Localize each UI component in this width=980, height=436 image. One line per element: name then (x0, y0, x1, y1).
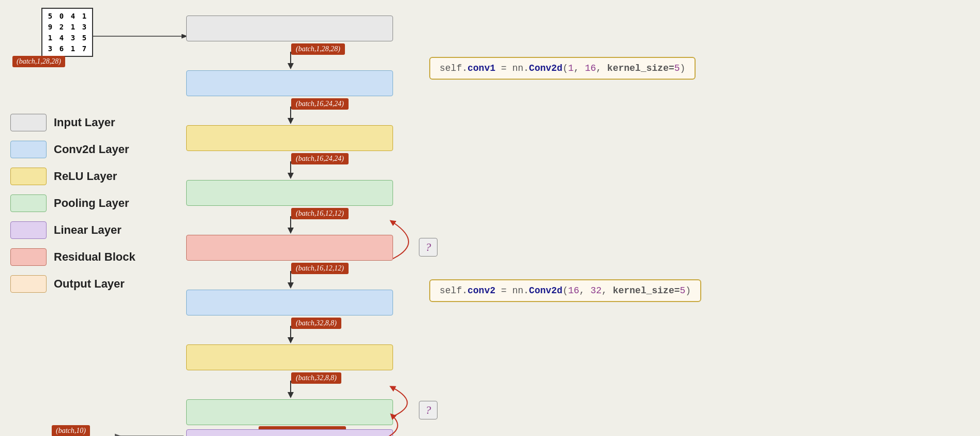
legend-conv2d: Conv2d Layer (10, 141, 135, 158)
legend-relu-label: ReLU Layer (54, 170, 117, 183)
arrow-5-6 (288, 326, 294, 343)
svg-marker-12 (288, 337, 294, 343)
arrow-6-7 (288, 381, 294, 398)
legend-linear-box (10, 221, 47, 239)
legend-conv2d-box (10, 141, 47, 158)
relu2-layer-box (186, 344, 393, 370)
legend-linear: Linear Layer (10, 221, 135, 239)
image-to-input-arrow (93, 28, 197, 44)
conv1-code-box: self.conv1 = nn.Conv2d(1, 16, kernel_siz… (429, 57, 696, 80)
arrow-2-3 (288, 161, 294, 179)
arrow-4-5 (288, 271, 294, 289)
legend-relu: ReLU Layer (10, 168, 135, 185)
arrow-1-2 (288, 107, 294, 124)
linear-layer-box (186, 429, 393, 436)
legend-pooling-box (10, 194, 47, 212)
output-arrow (114, 432, 186, 436)
svg-marker-10 (288, 282, 294, 289)
pool1-layer-box (186, 180, 393, 206)
conv2-layer-box (186, 290, 393, 315)
main-container: 5 0 4 1 9 2 1 3 1 4 3 5 3 6 1 7 (batch,1… (0, 0, 980, 436)
input-image: 5 0 4 1 9 2 1 3 1 4 3 5 3 6 1 7 (41, 8, 93, 57)
legend-residual: Residual Block (10, 248, 135, 266)
legend-input-label: Input Layer (54, 116, 115, 129)
shape-4: (batch,16,12,12) (291, 263, 349, 274)
legend-output-label: Output Layer (54, 277, 125, 291)
legend-conv2d-label: Conv2d Layer (54, 143, 129, 156)
arrow-0-1 (288, 52, 294, 69)
svg-marker-2 (288, 63, 294, 69)
legend-output-box (10, 275, 47, 293)
residual-arrow-3 (378, 414, 409, 436)
legend-residual-label: Residual Block (54, 250, 135, 264)
relu1-layer-box (186, 125, 393, 151)
shape-6: (batch,32,8,8) (291, 372, 341, 384)
input-layer-box (186, 16, 393, 41)
shape-2: (batch,16,24,24) (291, 153, 349, 164)
legend-input-box (10, 114, 47, 131)
legend-residual-box (10, 248, 47, 266)
shape-3: (batch,16,12,12) (291, 208, 349, 219)
svg-marker-4 (288, 118, 294, 124)
legend-input: Input Layer (10, 114, 135, 131)
conv1-layer-box (186, 70, 393, 96)
input-shape-label: (batch,1,28,28) (12, 56, 65, 67)
conv2-code-box: self.conv2 = nn.Conv2d(16, 32, kernel_si… (429, 279, 701, 302)
svg-marker-6 (288, 173, 294, 179)
legend: Input Layer Conv2d Layer ReLU Layer Pool… (10, 114, 135, 293)
residual-arrow-1 (388, 217, 429, 269)
legend-relu-box (10, 168, 47, 185)
legend-output: Output Layer (10, 275, 135, 293)
legend-linear-label: Linear Layer (54, 223, 122, 237)
legend-pooling-label: Pooling Layer (54, 197, 129, 210)
shape-1: (batch,16,24,24) (291, 98, 349, 110)
legend-pooling: Pooling Layer (10, 194, 135, 212)
shape-5: (batch,32,8,8) (291, 318, 341, 329)
res1-layer-box (186, 235, 393, 261)
output-shape-label: (batch,10) (52, 425, 90, 436)
svg-marker-14 (288, 392, 294, 398)
shape-0: (batch,1,28,28) (291, 43, 345, 55)
svg-marker-8 (288, 228, 294, 234)
arrow-3-4 (288, 216, 294, 234)
pool2-layer-box (186, 399, 393, 425)
